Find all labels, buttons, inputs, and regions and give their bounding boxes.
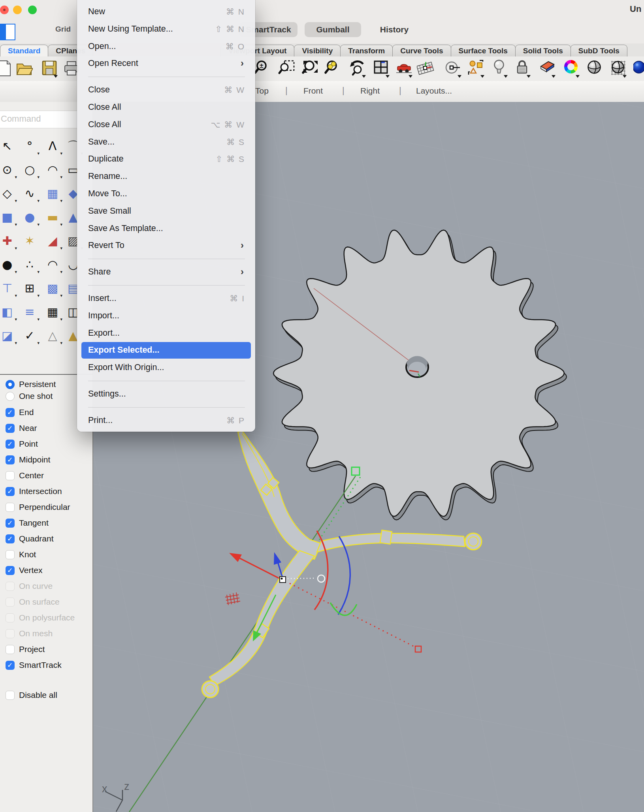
radio-button[interactable] bbox=[6, 380, 15, 389]
checkbox[interactable] bbox=[6, 534, 15, 543]
menu-item-close-all[interactable]: Close All bbox=[81, 99, 251, 116]
tab-standard[interactable]: Standard bbox=[0, 45, 48, 56]
viewport-tab-front[interactable]: Front bbox=[303, 86, 323, 96]
checkbox[interactable] bbox=[6, 691, 15, 700]
minimize-window-button[interactable] bbox=[13, 6, 22, 14]
toggle-gumball[interactable]: Gumball bbox=[305, 22, 361, 37]
tool-icon[interactable]: Λ▾ bbox=[43, 137, 62, 155]
osnap-center[interactable]: Center bbox=[6, 470, 44, 481]
tool-icon[interactable]: ▩▾ bbox=[43, 279, 62, 297]
color-wheel-icon[interactable] bbox=[563, 59, 580, 78]
zoom-window-button[interactable] bbox=[28, 6, 37, 14]
tab-surface-tools[interactable]: Surface Tools bbox=[451, 45, 516, 56]
osnap-perpendicular[interactable]: Perpendicular bbox=[6, 501, 70, 513]
tool-icon[interactable]: △▾ bbox=[43, 327, 62, 345]
viewport-split-icon[interactable] bbox=[0, 24, 15, 40]
osnap-knot[interactable]: Knot bbox=[6, 549, 36, 560]
menu-item-save-small[interactable]: Save Small bbox=[81, 203, 251, 220]
osnap-midpoint[interactable]: Midpoint bbox=[6, 454, 50, 466]
menu-item-duplicate[interactable]: Duplicate⇧ ⌘ S bbox=[81, 151, 251, 167]
radio-button[interactable] bbox=[6, 392, 15, 401]
tool-icon[interactable]: ▦▾ bbox=[43, 303, 62, 321]
tool-icon[interactable]: ⊤▾ bbox=[0, 279, 16, 297]
tool-icon[interactable]: ▦▾ bbox=[43, 184, 62, 203]
zoom-dynamic-icon[interactable]: ± bbox=[254, 59, 271, 78]
tool-icon[interactable]: ■▾ bbox=[0, 208, 16, 226]
tool-icon[interactable]: ▬▾ bbox=[43, 208, 62, 226]
checkbox[interactable] bbox=[6, 503, 15, 512]
osnap-disable-all[interactable]: Disable all bbox=[6, 689, 57, 701]
osnap-quadrant[interactable]: Quadrant bbox=[6, 533, 54, 545]
close-window-button[interactable] bbox=[0, 6, 9, 14]
osnap-point[interactable]: Point bbox=[6, 438, 38, 450]
open-file-icon[interactable] bbox=[15, 59, 33, 78]
render-sphere-icon[interactable] bbox=[586, 59, 603, 78]
toggle-history[interactable]: History bbox=[371, 22, 418, 37]
osnap-near[interactable]: Near bbox=[6, 422, 37, 434]
checkbox[interactable] bbox=[6, 566, 15, 575]
viewport-layout-icon[interactable] bbox=[373, 59, 390, 78]
menu-item-save[interactable]: Save...⌘ S bbox=[81, 134, 251, 150]
checkbox[interactable] bbox=[6, 424, 15, 433]
zoom-window-icon[interactable] bbox=[278, 59, 296, 78]
tool-icon[interactable]: ●▾ bbox=[21, 208, 39, 226]
tab-curve-tools[interactable]: Curve Tools bbox=[392, 45, 451, 56]
checkbox[interactable] bbox=[6, 440, 15, 449]
menu-item-close[interactable]: Close⌘ W bbox=[81, 82, 251, 98]
checkbox[interactable] bbox=[6, 550, 15, 559]
menu-item-save-as-template[interactable]: Save As Template... bbox=[81, 220, 251, 237]
tool-icon[interactable]: ◢▾ bbox=[43, 232, 62, 250]
checkbox[interactable] bbox=[6, 471, 15, 480]
tool-icon[interactable]: ∿▾ bbox=[21, 184, 39, 203]
rendered-viewport-icon[interactable] bbox=[610, 59, 627, 78]
checkbox[interactable] bbox=[6, 645, 15, 654]
tool-icon[interactable]: ✶ bbox=[21, 232, 39, 250]
tool-icon[interactable]: ≡▾ bbox=[21, 303, 39, 321]
tab-visibility[interactable]: Visibility bbox=[294, 45, 341, 56]
menu-item-export[interactable]: Export... bbox=[81, 325, 251, 342]
tool-icon[interactable]: ○▾ bbox=[21, 161, 39, 179]
save-file-icon[interactable] bbox=[41, 59, 58, 78]
menu-item-close-all[interactable]: Close All⌥ ⌘ W bbox=[81, 117, 251, 133]
osnap-tangent[interactable]: Tangent bbox=[6, 517, 49, 529]
tab-subd-tools[interactable]: SubD Tools bbox=[571, 45, 627, 56]
checkbox[interactable] bbox=[6, 455, 15, 464]
tool-icon[interactable]: ◧▾ bbox=[0, 303, 16, 321]
checkbox[interactable] bbox=[6, 408, 15, 417]
tool-icon[interactable]: ✚▾ bbox=[0, 232, 16, 250]
checkbox[interactable] bbox=[6, 487, 15, 496]
osnap-project[interactable]: Project bbox=[6, 643, 45, 655]
viewport-tab-top[interactable]: Top bbox=[255, 86, 269, 96]
zoom-selected-icon[interactable] bbox=[324, 59, 342, 78]
lock-objects-icon[interactable] bbox=[514, 59, 531, 78]
layer-wedge-icon[interactable] bbox=[539, 59, 556, 78]
osnap-vertex[interactable]: Vertex bbox=[6, 564, 43, 576]
osnap-mode-one-shot[interactable]: One shot bbox=[6, 390, 53, 402]
named-views-icon[interactable] bbox=[395, 59, 413, 78]
checkbox[interactable] bbox=[6, 661, 15, 670]
lights-icon[interactable] bbox=[491, 59, 508, 78]
tool-icon[interactable]: ◇▾ bbox=[0, 184, 16, 203]
osnap-intersection[interactable]: Intersection bbox=[6, 485, 62, 497]
tool-icon[interactable]: °▾ bbox=[21, 137, 39, 155]
menu-item-revert-to[interactable]: Revert To› bbox=[81, 237, 251, 254]
menu-item-move-to[interactable]: Move To... bbox=[81, 186, 251, 202]
viewport-tab-layouts[interactable]: Layouts... bbox=[416, 86, 452, 96]
tool-icon[interactable]: ◠▾ bbox=[43, 161, 62, 179]
menu-item-rename[interactable]: Rename... bbox=[81, 168, 251, 185]
menu-item-insert[interactable]: Insert...⌘ I bbox=[81, 290, 251, 307]
menu-item-settings[interactable]: Settings... bbox=[81, 386, 251, 402]
undo-view-change-icon[interactable] bbox=[349, 59, 366, 78]
tool-icon[interactable]: ◪▾ bbox=[0, 327, 16, 345]
menu-item-open-recent[interactable]: Open Recent› bbox=[81, 55, 251, 72]
tool-icon[interactable]: ✓▾ bbox=[21, 327, 39, 345]
tool-icon[interactable]: ◠▾ bbox=[43, 256, 62, 274]
menu-item-export-selected[interactable]: Export Selected... bbox=[81, 342, 251, 359]
menu-item-print[interactable]: Print...⌘ P bbox=[81, 412, 251, 429]
menu-item-new-using-template[interactable]: New Using Template...⇧ ⌘ N bbox=[81, 21, 251, 38]
osnap-end[interactable]: End bbox=[6, 406, 34, 418]
tool-icon[interactable]: ∴▾ bbox=[21, 256, 39, 274]
tab-solid-tools[interactable]: Solid Tools bbox=[515, 45, 571, 56]
zoom-extents-icon[interactable] bbox=[302, 59, 319, 78]
material-sphere-icon[interactable] bbox=[633, 59, 644, 78]
